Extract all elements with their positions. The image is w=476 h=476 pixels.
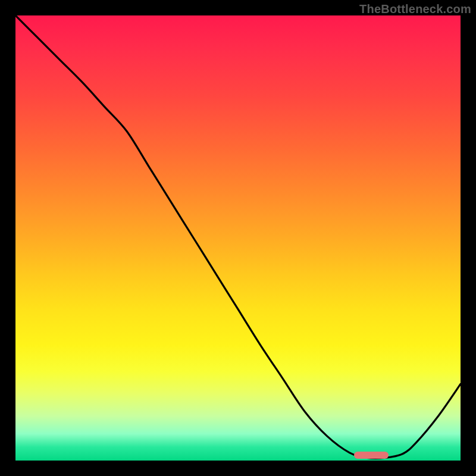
chart-plot-area: [15, 15, 461, 461]
chart-curve-path: [15, 15, 461, 458]
chart-curve-svg: [15, 15, 461, 461]
chart-highlight-marker: [354, 452, 389, 459]
chart-frame: [15, 15, 461, 461]
watermark-text: TheBottleneck.com: [359, 2, 471, 16]
